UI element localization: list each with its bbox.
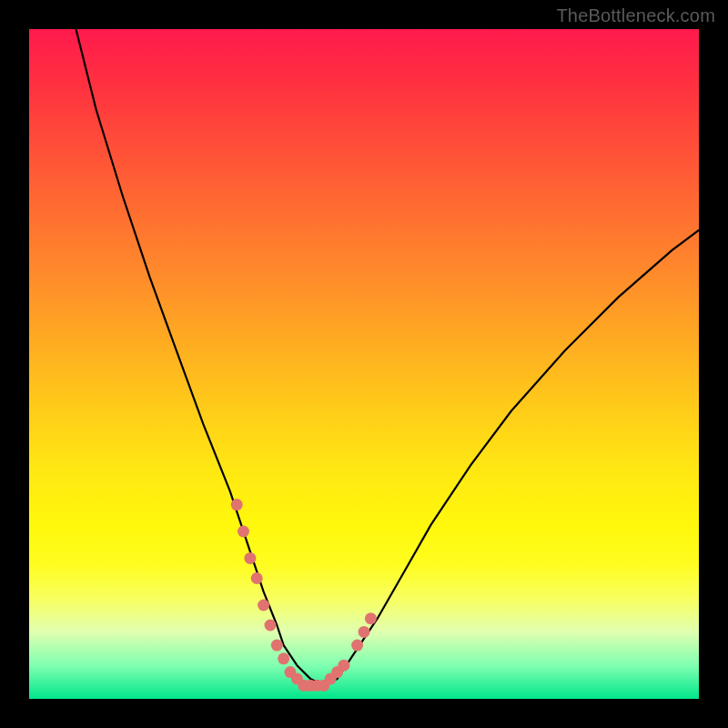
marker-dot (238, 526, 249, 538)
marker-dot (258, 600, 269, 612)
marker-dot (351, 640, 363, 652)
curve-layer (29, 29, 699, 699)
marker-dot (271, 640, 283, 652)
watermark-text: TheBottleneck.com (556, 5, 715, 26)
bottleneck-curve-path (76, 29, 700, 685)
marker-dot (251, 572, 263, 584)
marker-dot (278, 652, 289, 664)
marker-dot (359, 626, 370, 638)
marker-dot (244, 552, 256, 564)
highlight-markers (231, 499, 377, 692)
chart-frame: TheBottleneck.com (0, 0, 728, 728)
marker-dot (231, 499, 243, 511)
marker-dot (338, 660, 349, 672)
marker-dot (265, 620, 277, 632)
plot-area (29, 29, 699, 699)
marker-dot (365, 612, 377, 624)
